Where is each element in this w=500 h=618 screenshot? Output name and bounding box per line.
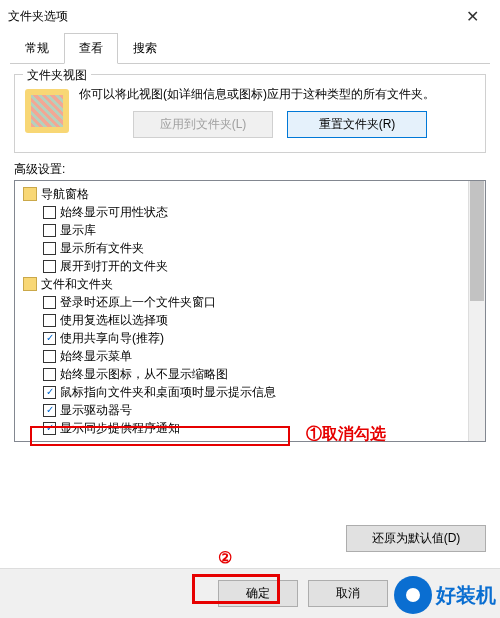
scrollbar[interactable] — [468, 181, 485, 441]
scroll-thumb[interactable] — [470, 181, 484, 301]
checkbox[interactable] — [43, 368, 56, 381]
folder-view-group: 文件夹视图 你可以将此视图(如详细信息或图标)应用于这种类型的所有文件夹。 应用… — [14, 74, 486, 153]
group-desc: 你可以将此视图(如详细信息或图标)应用于这种类型的所有文件夹。 — [79, 85, 475, 103]
checkbox[interactable] — [43, 296, 56, 309]
checkbox[interactable] — [43, 224, 56, 237]
tree-item[interactable]: 展开到打开的文件夹 — [19, 257, 481, 275]
tree-item[interactable]: 使用复选框以选择项 — [19, 311, 481, 329]
tree-item[interactable]: 显示库 — [19, 221, 481, 239]
checkbox[interactable] — [43, 350, 56, 363]
tabs: 常规 查看 搜索 — [10, 32, 490, 64]
checkbox[interactable] — [43, 242, 56, 255]
tree-item-always-icons[interactable]: 始终显示图标，从不显示缩略图 — [19, 365, 481, 383]
checkbox[interactable] — [43, 422, 56, 435]
tab-general[interactable]: 常规 — [10, 33, 64, 64]
checkbox[interactable] — [43, 260, 56, 273]
checkbox[interactable] — [43, 386, 56, 399]
tab-search[interactable]: 搜索 — [118, 33, 172, 64]
tree-item[interactable]: 鼠标指向文件夹和桌面项时显示提示信息 — [19, 383, 481, 401]
window-title: 文件夹选项 — [8, 8, 452, 25]
dialog-buttons: 确定 取消 — [0, 568, 500, 618]
tree-item[interactable]: 登录时还原上一个文件夹窗口 — [19, 293, 481, 311]
checkbox[interactable] — [43, 314, 56, 327]
tree-files-folders[interactable]: 文件和文件夹 — [19, 275, 481, 293]
tab-view[interactable]: 查看 — [64, 33, 118, 64]
cancel-button[interactable]: 取消 — [308, 580, 388, 607]
ok-button[interactable]: 确定 — [218, 580, 298, 607]
advanced-settings-tree[interactable]: 导航窗格 始终显示可用性状态 显示库 显示所有文件夹 展开到打开的文件夹 文件和… — [14, 180, 486, 442]
reset-folders-button[interactable]: 重置文件夹(R) — [287, 111, 427, 138]
tree-nav-panes[interactable]: 导航窗格 — [19, 185, 481, 203]
tree-item[interactable]: 显示同步提供程序通知 — [19, 419, 481, 437]
tree-item[interactable]: 使用共享向导(推荐) — [19, 329, 481, 347]
tree-item[interactable]: 始终显示可用性状态 — [19, 203, 481, 221]
group-label: 文件夹视图 — [23, 67, 91, 84]
restore-defaults-button[interactable]: 还原为默认值(D) — [346, 525, 486, 552]
folder-icon — [23, 277, 37, 291]
apply-to-folders-button: 应用到文件夹(L) — [133, 111, 273, 138]
folder-icon — [25, 89, 69, 133]
annotation-text-2: ② — [218, 548, 232, 567]
folder-icon — [23, 187, 37, 201]
tree-item[interactable]: 显示驱动器号 — [19, 401, 481, 419]
checkbox[interactable] — [43, 404, 56, 417]
advanced-label: 高级设置: — [14, 161, 486, 178]
tree-item[interactable]: 始终显示菜单 — [19, 347, 481, 365]
checkbox[interactable] — [43, 206, 56, 219]
checkbox[interactable] — [43, 332, 56, 345]
tree-item[interactable]: 显示所有文件夹 — [19, 239, 481, 257]
close-button[interactable]: ✕ — [452, 0, 492, 32]
